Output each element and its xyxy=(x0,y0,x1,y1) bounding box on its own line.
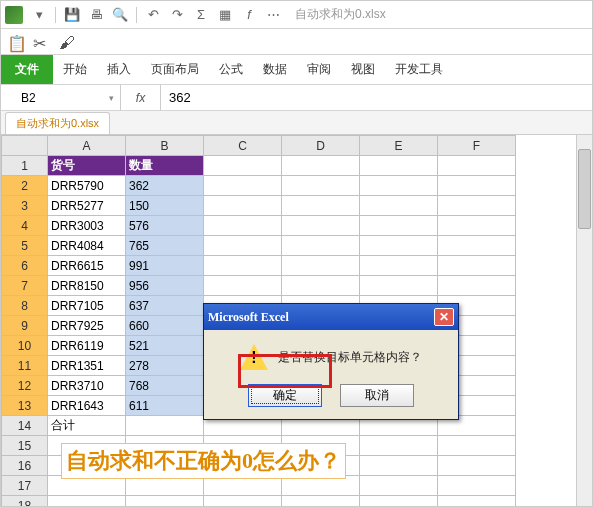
cancel-button[interactable]: 取消 xyxy=(340,384,414,407)
tab-view[interactable]: 视图 xyxy=(341,55,385,84)
cell-E15[interactable] xyxy=(360,436,438,456)
cell-B13[interactable]: 611 xyxy=(126,396,204,416)
close-icon[interactable]: ✕ xyxy=(434,308,454,326)
cell-B3[interactable]: 150 xyxy=(126,196,204,216)
scrollbar-thumb[interactable] xyxy=(578,149,591,229)
col-header-E[interactable]: E xyxy=(360,136,438,156)
cell-B14[interactable] xyxy=(126,416,204,436)
ok-button[interactable]: 确定 xyxy=(248,384,322,407)
cell-A7[interactable]: DRR8150 xyxy=(48,276,126,296)
table-icon[interactable]: ▦ xyxy=(217,7,233,23)
cell-E17[interactable] xyxy=(360,476,438,496)
row-header-12[interactable]: 12 xyxy=(2,376,48,396)
cell-D1[interactable] xyxy=(282,156,360,176)
undo-icon[interactable]: ↶ xyxy=(145,7,161,23)
tab-insert[interactable]: 插入 xyxy=(97,55,141,84)
workbook-tab[interactable]: 自动求和为0.xlsx xyxy=(5,112,110,134)
save-icon[interactable]: 💾 xyxy=(64,7,80,23)
cell-B12[interactable]: 768 xyxy=(126,376,204,396)
dialog-titlebar[interactable]: Microsoft Excel ✕ xyxy=(204,304,458,330)
cell-F2[interactable] xyxy=(438,176,516,196)
cell-B4[interactable]: 576 xyxy=(126,216,204,236)
cell-A1[interactable]: 货号 xyxy=(48,156,126,176)
cell-B9[interactable]: 660 xyxy=(126,316,204,336)
cell-B7[interactable]: 956 xyxy=(126,276,204,296)
row-header-6[interactable]: 6 xyxy=(2,256,48,276)
row-header-3[interactable]: 3 xyxy=(2,196,48,216)
col-header-D[interactable]: D xyxy=(282,136,360,156)
cell-A12[interactable]: DRR3710 xyxy=(48,376,126,396)
cell-C5[interactable] xyxy=(204,236,282,256)
tab-layout[interactable]: 页面布局 xyxy=(141,55,209,84)
cell-A2[interactable]: DRR5790 xyxy=(48,176,126,196)
name-box[interactable]: B2 xyxy=(1,85,121,110)
sigma-icon[interactable]: Σ xyxy=(193,7,209,23)
row-header-5[interactable]: 5 xyxy=(2,236,48,256)
cell-F5[interactable] xyxy=(438,236,516,256)
fx-icon[interactable]: f xyxy=(241,7,257,23)
cell-A3[interactable]: DRR5277 xyxy=(48,196,126,216)
cell-F15[interactable] xyxy=(438,436,516,456)
cell-A5[interactable]: DRR4084 xyxy=(48,236,126,256)
cell-F17[interactable] xyxy=(438,476,516,496)
preview-icon[interactable]: 🔍 xyxy=(112,7,128,23)
col-header-A[interactable]: A xyxy=(48,136,126,156)
cell-C7[interactable] xyxy=(204,276,282,296)
row-header-9[interactable]: 9 xyxy=(2,316,48,336)
cell-C2[interactable] xyxy=(204,176,282,196)
cell-A10[interactable]: DRR6119 xyxy=(48,336,126,356)
cell-D2[interactable] xyxy=(282,176,360,196)
row-header-10[interactable]: 10 xyxy=(2,336,48,356)
cell-B11[interactable]: 278 xyxy=(126,356,204,376)
cell-A9[interactable]: DRR7925 xyxy=(48,316,126,336)
cell-F18[interactable] xyxy=(438,496,516,508)
cell-A13[interactable]: DRR1643 xyxy=(48,396,126,416)
cell-F6[interactable] xyxy=(438,256,516,276)
cell-C6[interactable] xyxy=(204,256,282,276)
cell-B10[interactable]: 521 xyxy=(126,336,204,356)
cell-B18[interactable] xyxy=(126,496,204,508)
cell-E2[interactable] xyxy=(360,176,438,196)
cell-D4[interactable] xyxy=(282,216,360,236)
row-header-17[interactable]: 17 xyxy=(2,476,48,496)
row-header-14[interactable]: 14 xyxy=(2,416,48,436)
cell-C4[interactable] xyxy=(204,216,282,236)
fx-label[interactable]: fx xyxy=(121,85,161,110)
tab-home[interactable]: 开始 xyxy=(53,55,97,84)
cell-C1[interactable] xyxy=(204,156,282,176)
row-header-2[interactable]: 2 xyxy=(2,176,48,196)
vertical-scrollbar[interactable] xyxy=(576,135,592,506)
row-header-15[interactable]: 15 xyxy=(2,436,48,456)
cell-E6[interactable] xyxy=(360,256,438,276)
brush-icon[interactable]: 🖌 xyxy=(59,34,75,50)
cell-C3[interactable] xyxy=(204,196,282,216)
cell-F3[interactable] xyxy=(438,196,516,216)
col-header-B[interactable]: B xyxy=(126,136,204,156)
tab-data[interactable]: 数据 xyxy=(253,55,297,84)
cell-E7[interactable] xyxy=(360,276,438,296)
cell-B8[interactable]: 637 xyxy=(126,296,204,316)
cell-D18[interactable] xyxy=(282,496,360,508)
cell-D5[interactable] xyxy=(282,236,360,256)
cell-E5[interactable] xyxy=(360,236,438,256)
cell-A14[interactable]: 合计 xyxy=(48,416,126,436)
cell-A11[interactable]: DRR1351 xyxy=(48,356,126,376)
row-header-7[interactable]: 7 xyxy=(2,276,48,296)
cell-F16[interactable] xyxy=(438,456,516,476)
cell-E4[interactable] xyxy=(360,216,438,236)
cell-D6[interactable] xyxy=(282,256,360,276)
row-header-4[interactable]: 4 xyxy=(2,216,48,236)
cell-F4[interactable] xyxy=(438,216,516,236)
cell-E1[interactable] xyxy=(360,156,438,176)
row-header-11[interactable]: 11 xyxy=(2,356,48,376)
cell-B5[interactable]: 765 xyxy=(126,236,204,256)
cut-icon[interactable]: ✂ xyxy=(33,34,49,50)
cell-E3[interactable] xyxy=(360,196,438,216)
cell-B1[interactable]: 数量 xyxy=(126,156,204,176)
cell-D3[interactable] xyxy=(282,196,360,216)
tab-review[interactable]: 审阅 xyxy=(297,55,341,84)
cell-A18[interactable] xyxy=(48,496,126,508)
cell-F7[interactable] xyxy=(438,276,516,296)
select-all-corner[interactable] xyxy=(2,136,48,156)
cell-B2[interactable]: 362 xyxy=(126,176,204,196)
